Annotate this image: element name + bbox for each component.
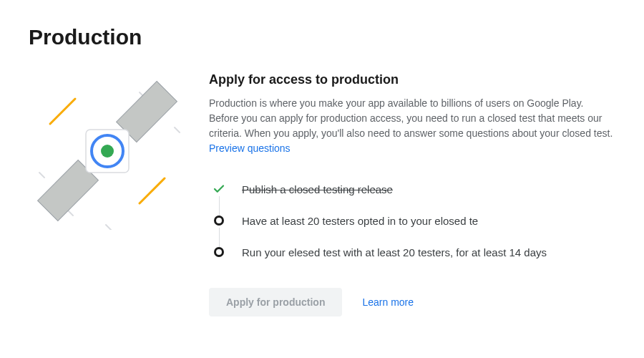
requirements-checklist: Publish a closed testing release Have at… [209,173,615,268]
checklist-item-2: Have at least 20 testers opted in to you… [212,205,615,236]
checklist-text: Have at least 20 testers opted in to you… [242,215,478,227]
learn-more-link[interactable]: Learn more [362,296,414,308]
checklist-text: Publish a closed testing release [242,183,393,195]
svg-line-0 [50,99,75,124]
svg-line-5 [68,211,73,216]
action-buttons: Apply for production Learn more [209,288,615,316]
section-description: Production is where you make your app av… [209,96,615,156]
description-text: Production is where you make your app av… [209,97,613,139]
section-title: Apply for access to production [209,72,615,87]
svg-point-11 [101,145,114,158]
svg-line-3 [175,127,180,132]
content-container: Apply for access to production Productio… [29,72,615,316]
page-title: Production [29,25,615,49]
apply-for-production-button[interactable]: Apply for production [209,288,342,316]
svg-line-4 [39,173,44,178]
checklist-item-3: Run your elesed test with at least 20 te… [212,236,615,268]
circle-icon [212,213,226,228]
svg-line-1 [140,178,165,203]
main-content: Apply for access to production Productio… [209,72,615,316]
preview-questions-link[interactable]: Preview questions [209,142,291,154]
circle-icon [212,245,226,259]
checklist-text: Run your elesed test with at least 20 te… [242,246,547,258]
satellite-illustration [29,72,186,230]
checkmark-icon [212,182,226,196]
checklist-item-1: Publish a closed testing release [212,173,615,205]
svg-line-6 [106,225,111,230]
